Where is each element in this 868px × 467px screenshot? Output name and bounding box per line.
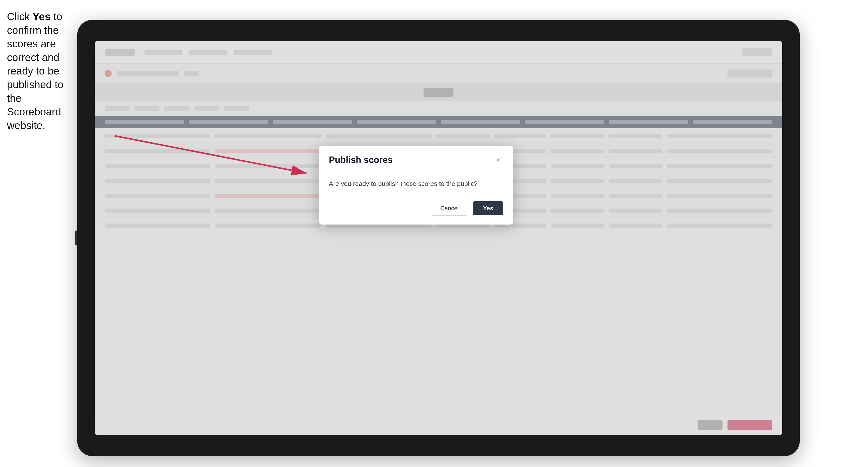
cancel-button[interactable]: Cancel — [431, 201, 468, 216]
modal-overlay — [95, 41, 782, 435]
tablet-side-button — [75, 230, 77, 246]
modal-close-button[interactable]: × — [493, 155, 503, 165]
yes-button[interactable]: Yes — [473, 201, 503, 215]
modal-message: Are you ready to publish these scores to… — [329, 179, 503, 189]
modal-dialog: Publish scores × Are you ready to publis… — [319, 146, 513, 224]
tablet-device: Publish scores × Are you ready to publis… — [77, 20, 800, 456]
modal-header: Publish scores × — [319, 146, 513, 172]
modal-body: Are you ready to publish these scores to… — [319, 172, 513, 196]
modal-footer: Cancel Yes — [319, 196, 513, 224]
tablet-screen: Publish scores × Are you ready to publis… — [95, 41, 782, 435]
instruction-bold: Yes — [33, 11, 51, 23]
instruction-text: Click Yes to confirm the scores are corr… — [7, 10, 77, 132]
modal-title: Publish scores — [329, 155, 393, 165]
